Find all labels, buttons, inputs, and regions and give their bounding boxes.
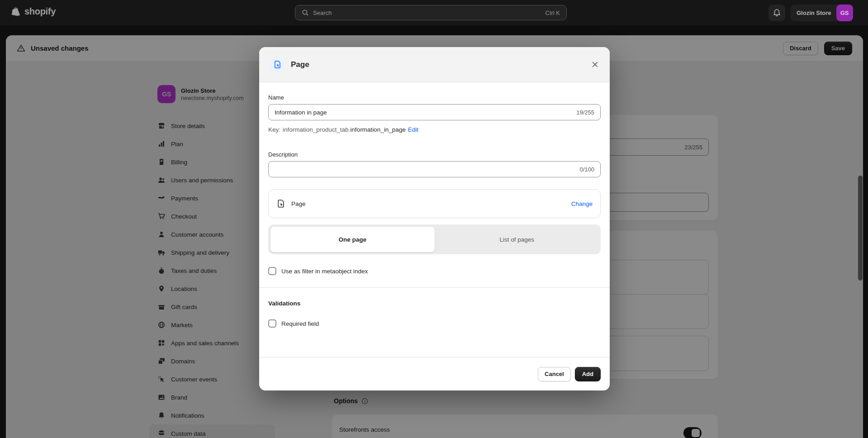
global-search-input[interactable]: Search Ctrl K (295, 5, 567, 20)
shopify-logo[interactable]: shopify (11, 6, 56, 17)
store-avatar: GS (836, 5, 853, 21)
modal-title: Page (291, 60, 591, 69)
store-menu-button[interactable]: Glozin Store GS (790, 5, 853, 21)
validations-title: Validations (268, 300, 601, 307)
notifications-button[interactable] (768, 5, 785, 21)
filter-checkbox-row: Use as filter in metaobject index (268, 267, 601, 275)
modal-body: Name 19/255 Key: information_product_tab… (259, 82, 610, 328)
description-field-wrap: 0/100 (268, 161, 601, 177)
bell-icon (773, 9, 781, 17)
shopify-wordmark: shopify (24, 6, 56, 17)
page-doc-icon (273, 60, 282, 69)
section-divider (259, 287, 610, 288)
search-shortcut: Ctrl K (545, 10, 560, 16)
add-button[interactable]: Add (575, 367, 601, 381)
key-value: information_product_tab.information_in_p… (283, 126, 406, 133)
key-label: Key: (268, 126, 280, 133)
page-doc-icon (276, 199, 285, 208)
filter-checkbox-label: Use as filter in metaobject index (281, 268, 368, 275)
page-mode-segmented-control: One page List of pages (268, 224, 601, 254)
tab-one-page[interactable]: One page (270, 226, 435, 252)
modal-footer: Cancel Add (259, 357, 610, 390)
shopify-bag-icon (11, 6, 21, 17)
key-prefix: information_product_tab. (283, 126, 350, 133)
page-field-modal: Page Name 19/255 Key: information_produc… (259, 47, 610, 390)
key-row: Key: information_product_tab.information… (268, 126, 601, 133)
edit-key-link[interactable]: Edit (408, 126, 418, 133)
selected-type-name: Page (291, 200, 571, 207)
description-counter: 0/100 (579, 166, 600, 173)
key-suffix: information_in_page (350, 126, 405, 133)
cancel-button[interactable]: Cancel (538, 367, 571, 381)
change-type-link[interactable]: Change (571, 200, 593, 207)
search-placeholder: Search (313, 10, 541, 16)
required-checkbox-row: Required field (268, 319, 601, 328)
page-type-icon-badge (270, 57, 285, 72)
name-field-wrap: 19/255 (268, 104, 601, 120)
required-checkbox-label: Required field (281, 320, 319, 327)
topbar: shopify Search Ctrl K Glozin Store GS (0, 0, 868, 25)
description-input[interactable] (269, 166, 579, 173)
description-block: Description 0/100 (268, 151, 601, 177)
name-label: Name (268, 94, 601, 101)
close-icon[interactable] (591, 61, 599, 68)
tab-list-of-pages[interactable]: List of pages (435, 226, 599, 252)
topbar-store-name: Glozin Store (797, 10, 831, 16)
name-input[interactable] (269, 109, 576, 116)
search-icon (302, 9, 309, 16)
modal-header: Page (259, 47, 610, 82)
description-label: Description (268, 151, 601, 158)
name-counter: 19/255 (576, 109, 600, 116)
filter-checkbox[interactable] (268, 267, 276, 275)
selected-type-card: Page Change (268, 189, 601, 218)
required-checkbox[interactable] (268, 319, 276, 328)
shopify-admin-screen: shopify Search Ctrl K Glozin Store GS Un… (0, 0, 868, 438)
